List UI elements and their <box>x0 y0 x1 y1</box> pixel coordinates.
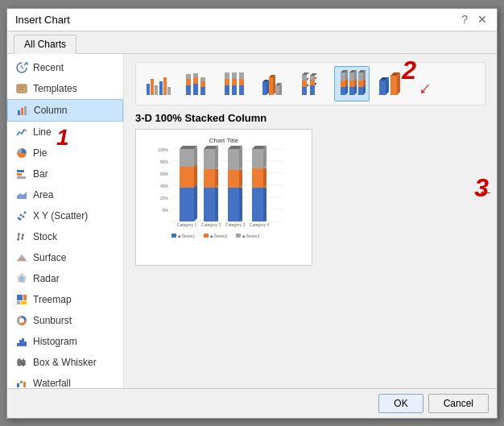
svg-rect-89 <box>310 76 315 80</box>
svg-rect-40 <box>17 383 19 387</box>
svg-rect-47 <box>151 79 154 95</box>
svg-rect-68 <box>239 79 244 85</box>
tab-all-charts[interactable]: All Charts <box>14 35 76 54</box>
sidebar-label-xy: X Y (Scatter) <box>33 210 88 221</box>
svg-point-29 <box>19 318 24 323</box>
sidebar-item-bar[interactable]: Bar <box>7 163 123 184</box>
svg-rect-4 <box>21 108 23 115</box>
svg-rect-48 <box>155 85 158 95</box>
ok-button[interactable]: OK <box>378 394 423 413</box>
svg-rect-182 <box>236 234 241 238</box>
svg-text:Category 4: Category 4 <box>250 222 270 227</box>
svg-rect-91 <box>341 87 345 95</box>
svg-rect-33 <box>24 341 27 346</box>
svg-rect-42 <box>23 382 26 387</box>
sidebar-item-templates[interactable]: Templates <box>7 78 123 99</box>
sidebar-item-recent[interactable]: Recent <box>7 57 123 78</box>
svg-text:40%: 40% <box>160 184 169 188</box>
chart-type-100-stacked-column[interactable] <box>218 66 254 101</box>
svg-rect-100 <box>349 87 354 95</box>
svg-marker-24 <box>19 275 24 281</box>
svg-point-11 <box>20 213 23 216</box>
svg-marker-90 <box>310 73 317 76</box>
svg-rect-0 <box>17 85 27 93</box>
sidebar-item-stock[interactable]: Stock <box>7 226 123 247</box>
chart-type-clustered-column[interactable] <box>141 66 176 101</box>
svg-rect-31 <box>19 340 22 346</box>
cancel-button[interactable]: Cancel <box>428 394 489 413</box>
sidebar-item-surface[interactable]: Surface <box>7 247 123 268</box>
help-button[interactable]: ? <box>460 14 469 25</box>
chart-type-3d-stacked[interactable] <box>295 66 331 101</box>
svg-rect-83 <box>302 75 307 81</box>
sidebar-label-box: Box & Whisker <box>33 357 97 368</box>
sidebar-item-line[interactable]: Line <box>7 122 123 143</box>
sidebar-item-pie[interactable]: Pie <box>7 143 123 163</box>
svg-rect-59 <box>200 81 205 87</box>
chart-preview-box: Chart Title 100% 80% 60% 40% <box>135 129 312 266</box>
sidebar-item-sunburst[interactable]: Sunburst <box>7 310 123 331</box>
chart-type-3d-100-stacked[interactable] <box>334 66 370 101</box>
sidebar-item-box[interactable]: Box & Whisker <box>7 352 123 373</box>
svg-marker-170 <box>263 165 266 188</box>
column-icon <box>16 104 29 117</box>
svg-rect-41 <box>20 381 23 383</box>
svg-rect-70 <box>262 82 266 95</box>
svg-marker-152 <box>215 166 218 188</box>
svg-rect-106 <box>349 72 354 81</box>
sidebar-label-pie: Pie <box>33 147 47 159</box>
svg-rect-53 <box>186 79 191 85</box>
svg-text:■ Series2: ■ Series2 <box>210 234 228 238</box>
svg-point-12 <box>23 215 25 217</box>
radar-icon <box>15 272 28 285</box>
sidebar-item-treemap[interactable]: Treemap <box>7 289 123 310</box>
svg-rect-57 <box>193 73 198 77</box>
chart-type-3d-column[interactable] <box>373 66 408 101</box>
svg-marker-72 <box>266 80 269 95</box>
svg-rect-30 <box>17 343 19 346</box>
svg-rect-28 <box>21 301 27 304</box>
svg-rect-3 <box>18 110 20 115</box>
chart-type-3d-clustered[interactable] <box>257 66 292 101</box>
svg-text:■ Series1: ■ Series1 <box>178 234 196 238</box>
svg-rect-121 <box>390 76 397 95</box>
sidebar-item-radar[interactable]: Radar <box>7 268 123 289</box>
svg-text:80%: 80% <box>160 159 169 164</box>
stock-icon <box>15 230 28 243</box>
svg-rect-51 <box>167 87 171 95</box>
svg-marker-75 <box>273 75 275 95</box>
svg-rect-52 <box>186 85 191 95</box>
svg-text:0%: 0% <box>163 208 169 213</box>
dialog-title: Insert Chart <box>15 14 70 26</box>
sidebar-label-surface: Surface <box>33 252 66 263</box>
svg-marker-167 <box>263 184 266 221</box>
chart-types-row <box>135 62 485 105</box>
svg-text:100%: 100% <box>158 147 168 152</box>
svg-rect-26 <box>23 295 27 300</box>
svg-text:20%: 20% <box>160 196 169 201</box>
sidebar-item-xy[interactable]: X Y (Scatter) <box>7 205 123 226</box>
sidebar-item-waterfall[interactable]: Waterfall <box>7 373 123 388</box>
svg-marker-149 <box>215 184 218 221</box>
line-icon <box>15 126 28 139</box>
svg-rect-115 <box>358 72 363 81</box>
svg-rect-62 <box>225 79 229 85</box>
svg-rect-64 <box>232 85 237 95</box>
svg-rect-118 <box>379 81 386 95</box>
bar-icon <box>15 168 28 180</box>
chart-type-stacked-column[interactable] <box>180 66 215 101</box>
sidebar-label-treemap: Treemap <box>33 294 72 305</box>
sidebar-item-area[interactable]: Area <box>7 184 123 205</box>
svg-rect-56 <box>193 77 198 84</box>
svg-rect-5 <box>24 106 27 115</box>
treemap-icon <box>15 293 28 306</box>
close-button[interactable]: ✕ <box>476 14 489 25</box>
svg-rect-54 <box>186 74 191 79</box>
recent-icon <box>15 61 28 74</box>
sidebar-item-column[interactable]: Column <box>7 99 123 122</box>
scatter-icon <box>15 209 28 222</box>
svg-rect-6 <box>17 170 24 172</box>
sidebar: Recent Templates <box>7 54 124 388</box>
sidebar-item-histogram[interactable]: Histogram <box>7 331 123 352</box>
histogram-icon <box>15 335 28 348</box>
